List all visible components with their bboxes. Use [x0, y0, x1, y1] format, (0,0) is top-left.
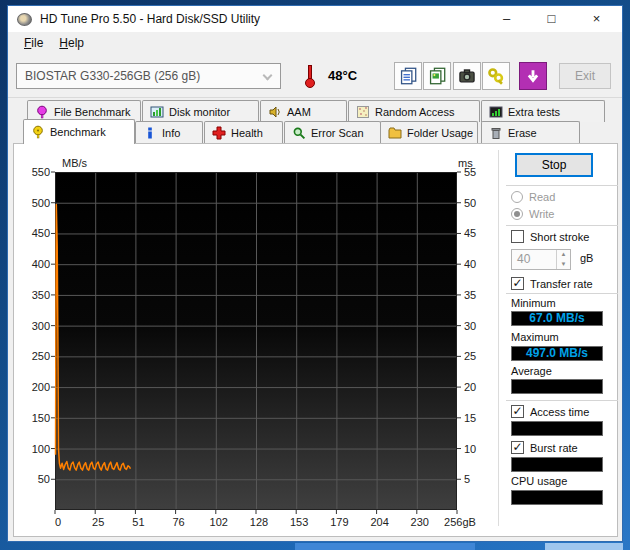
drive-selector-dropdown[interactable]: BIOSTAR G330-256GB (256 gB) [16, 63, 281, 89]
erase-icon [489, 126, 503, 140]
y-axis-left-tick-label: 250 [20, 350, 50, 362]
short-stroke-label: Short stroke [530, 231, 589, 243]
transfer-rate-row[interactable]: Transfer rate [511, 277, 593, 290]
menu-bar: FileHelp [8, 32, 622, 54]
maximum-value: 497.0 MB/s [511, 346, 603, 361]
copy-text-button[interactable] [394, 62, 422, 90]
stop-button[interactable]: Stop [515, 153, 593, 177]
burst-rate-checkbox[interactable] [511, 441, 524, 454]
save-icon [487, 67, 505, 85]
tab-label: Health [231, 127, 263, 139]
tab-random-access[interactable]: Random Access [348, 100, 480, 122]
tab-label: Benchmark [50, 126, 106, 138]
y-axis-left-tick-label: 150 [20, 412, 50, 424]
download-icon [524, 67, 542, 85]
temperature-value: 48°C [328, 63, 357, 89]
read-radio[interactable] [511, 191, 523, 203]
tab-benchmark[interactable]: Benchmark [23, 119, 135, 144]
thermometer-icon [299, 64, 321, 89]
write-radio-row[interactable]: Write [511, 208, 554, 220]
write-radio-label: Write [529, 208, 554, 220]
toolbar: BIOSTAR G330-256GB (256 gB) 48°C Exit [8, 54, 622, 98]
stepper-down-icon[interactable]: ▼ [557, 260, 570, 270]
tab-error-scan[interactable]: Error Scan [284, 121, 381, 143]
separator [506, 293, 618, 294]
copy-image-button[interactable] [423, 62, 451, 90]
tab-info[interactable]: Info [135, 121, 203, 143]
access-time-checkbox[interactable] [511, 405, 524, 418]
tab-label: Info [162, 127, 180, 139]
tab-label: File Benchmark [54, 106, 130, 118]
benchmark-chart [55, 172, 457, 510]
tab-disk-monitor[interactable]: Disk monitor [142, 100, 259, 122]
separator [506, 185, 618, 186]
tab-label: Error Scan [311, 127, 364, 139]
tab-label: AAM [287, 106, 311, 118]
copy-text-icon [399, 67, 417, 85]
maximum-label: Maximum [511, 331, 559, 343]
x-axis-tick-label: 76 [156, 516, 202, 528]
transfer-rate-checkbox[interactable] [511, 277, 524, 290]
maximize-button[interactable]: □ [529, 6, 574, 32]
write-radio[interactable] [511, 208, 523, 220]
menu-item-file[interactable]: File [16, 36, 51, 50]
save-button[interactable] [482, 62, 510, 90]
access-time-label: Access time [530, 406, 589, 418]
y-axis-left-tick-label: 550 [20, 166, 50, 178]
separator [506, 225, 618, 226]
download-button[interactable] [519, 62, 547, 90]
y-axis-left-tick-label: 200 [20, 381, 50, 393]
menu-item-help[interactable]: Help [51, 36, 92, 50]
y-axis-left-tick-label: 50 [20, 473, 50, 485]
folder-usage-icon [388, 126, 402, 140]
short-stroke-size-stepper[interactable]: 40 ▲▼ [511, 249, 571, 270]
tab-erase[interactable]: Erase [481, 121, 580, 143]
tab-label: Extra tests [508, 106, 560, 118]
y-axis-right-tick-label: 25 [464, 350, 490, 362]
cpu-usage-label: CPU usage [511, 475, 567, 487]
y-axis-left-tick-label: 350 [20, 289, 50, 301]
y-axis-left-tick-label: 500 [20, 197, 50, 209]
stepper-arrows[interactable]: ▲▼ [556, 250, 570, 269]
stepper-up-icon[interactable]: ▲ [557, 250, 570, 260]
y-axis-right-tick-label: 10 [464, 443, 490, 455]
close-button[interactable]: × [574, 6, 619, 32]
app-icon [17, 13, 32, 26]
y-axis-right-tick-label: 55 [464, 166, 490, 178]
x-axis-tick-label: 230 [397, 516, 443, 528]
x-axis-tick-label: 204 [357, 516, 403, 528]
exit-button[interactable]: Exit [559, 63, 611, 89]
extra-tests-icon [489, 105, 503, 119]
screenshot-icon [458, 67, 476, 85]
title-bar: HD Tune Pro 5.50 - Hard Disk/SSD Utility… [8, 6, 622, 32]
screenshot-button[interactable] [453, 62, 481, 90]
desktop-window-edge [545, 543, 623, 550]
y-axis-right-tick-label: 30 [464, 320, 490, 332]
short-stroke-checkbox[interactable] [511, 230, 524, 243]
drive-selector-value: BIOSTAR G330-256GB (256 gB) [25, 69, 200, 83]
tab-folder-usage[interactable]: Folder Usage [380, 121, 478, 143]
access-time-value [511, 421, 603, 436]
x-axis-tick-label: 102 [196, 516, 242, 528]
window-controls: – □ × [484, 6, 619, 32]
read-radio-row[interactable]: Read [511, 191, 555, 203]
x-axis-tick-label: 25 [75, 516, 121, 528]
minimize-button[interactable]: – [484, 6, 529, 32]
tab-health[interactable]: Health [204, 121, 283, 143]
burst-rate-label: Burst rate [530, 442, 578, 454]
access-time-row[interactable]: Access time [511, 405, 589, 418]
error-scan-icon [292, 126, 306, 140]
y-axis-left-tick-label: 400 [20, 258, 50, 270]
file-benchmark-icon [35, 105, 49, 119]
tab-aam[interactable]: AAM [260, 100, 347, 122]
transfer-rate-label: Transfer rate [530, 278, 593, 290]
desktop-window-edge [295, 543, 475, 550]
app-window: HD Tune Pro 5.50 - Hard Disk/SSD Utility… [7, 5, 623, 542]
short-stroke-row[interactable]: Short stroke [511, 230, 589, 243]
tab-extra-tests[interactable]: Extra tests [481, 100, 605, 122]
aam-icon [268, 105, 282, 119]
burst-rate-row[interactable]: Burst rate [511, 441, 578, 454]
burst-rate-value [511, 457, 603, 472]
copy-image-icon [428, 67, 446, 85]
disk-monitor-icon [150, 105, 164, 119]
